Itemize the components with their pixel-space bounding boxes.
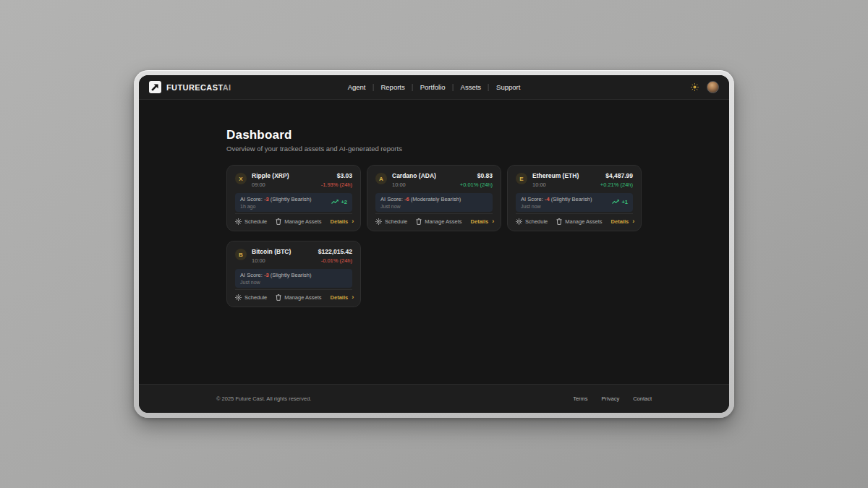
asset-time: 10:00 — [532, 181, 579, 188]
nav-item-support[interactable]: Support — [489, 83, 527, 91]
price-change: +0.01% (24h) — [460, 181, 493, 188]
coin-initial-badge: A — [375, 173, 387, 184]
nav-item-assets[interactable]: Assets — [454, 83, 489, 91]
price-block: $3.03 -1.93% (24h) — [321, 172, 352, 188]
score-delta-badge: +2 — [331, 199, 347, 205]
manage-assets-button[interactable]: Manage Assets — [416, 218, 461, 225]
brand-suffix: AI — [223, 83, 231, 92]
asset-card-grid: X Ripple (XRP) 09:00 $3.03 -1.93% (24h) — [226, 165, 642, 307]
trash-icon — [276, 218, 281, 225]
footer-link-terms[interactable]: Terms — [573, 395, 587, 402]
gear-icon — [375, 218, 382, 225]
asset-price: $0.83 — [460, 172, 493, 179]
gear-icon — [235, 218, 242, 225]
card-header: X Ripple (XRP) 09:00 $3.03 -1.93% (24h) — [235, 172, 352, 188]
ai-score-row: AI Score: -4 (Slightly Bearish) Just now… — [516, 193, 633, 213]
trend-up-icon — [331, 200, 339, 205]
trend-up-icon — [612, 200, 619, 205]
chevron-right-icon: › — [632, 218, 634, 225]
ai-score-line: AI Score: -4 (Slightly Bearish) — [521, 196, 592, 202]
user-avatar[interactable] — [707, 81, 719, 93]
asset-price: $4,487.99 — [600, 172, 633, 179]
ai-score-line: AI Score: -3 (Slightly Bearish) — [240, 272, 311, 278]
nav-item-portfolio[interactable]: Portfolio — [413, 83, 453, 91]
nav-item-agent[interactable]: Agent — [341, 83, 373, 91]
price-change: +0.21% (24h) — [600, 181, 633, 188]
asset-time: 09:00 — [252, 181, 289, 188]
asset-card-ethereum: E Ethereum (ETH) 10:00 $4,487.99 +0.21% … — [507, 165, 642, 231]
ai-score-value: -3 — [264, 196, 269, 202]
card-actions: Schedule Manage Assets — [235, 213, 352, 225]
details-button[interactable]: Details › — [331, 294, 354, 301]
card-header: A Cardano (ADA) 10:00 $0.83 +0.01% (24h) — [375, 172, 493, 188]
schedule-button[interactable]: Schedule — [235, 218, 267, 225]
card-header: B Bitcoin (BTC) 10:00 $122,015.42 -0.01%… — [235, 248, 352, 264]
ai-score-line: AI Score: -6 (Moderately Bearish) — [380, 196, 461, 202]
chevron-right-icon: › — [352, 218, 354, 225]
ai-score-value: -4 — [545, 196, 550, 202]
asset-name: Cardano (ADA) — [392, 172, 436, 179]
asset-time: 10:00 — [392, 181, 436, 188]
main-nav: Agent Reports Portfolio Assets Support — [341, 83, 528, 91]
asset-identity: Bitcoin (BTC) 10:00 — [252, 248, 291, 264]
gear-icon — [516, 218, 522, 225]
theme-toggle-sun-icon[interactable] — [691, 83, 699, 91]
score-updated: Just now — [380, 204, 461, 209]
copyright-text: © 2025 Future Cast. All rights reserved. — [216, 395, 311, 402]
asset-identity: Ripple (XRP) 09:00 — [252, 172, 289, 188]
brand-logo-icon — [149, 81, 161, 93]
price-change: -0.01% (24h) — [318, 257, 352, 264]
card-actions: Schedule Manage Assets — [375, 213, 493, 225]
asset-name: Bitcoin (BTC) — [252, 248, 291, 255]
card-actions: Schedule Manage Assets — [516, 213, 633, 225]
ai-score-line: AI Score: -3 (Slightly Bearish) — [240, 196, 311, 202]
brand-name: FUTURECASTAI — [166, 83, 231, 92]
asset-name: Ethereum (ETH) — [532, 172, 579, 179]
price-change: -1.93% (24h) — [321, 181, 352, 188]
schedule-button[interactable]: Schedule — [375, 218, 407, 225]
trash-icon — [416, 218, 422, 225]
manage-assets-button[interactable]: Manage Assets — [276, 294, 321, 301]
coin-initial-badge: X — [235, 173, 247, 184]
top-actions — [691, 81, 719, 93]
price-block: $122,015.42 -0.01% (24h) — [318, 248, 352, 264]
schedule-button[interactable]: Schedule — [235, 294, 267, 301]
card-header: E Ethereum (ETH) 10:00 $4,487.99 +0.21% … — [516, 172, 633, 188]
ai-sentiment: (Slightly Bearish) — [271, 272, 312, 278]
ai-score-row: AI Score: -3 (Slightly Bearish) 1h ago +… — [235, 193, 352, 213]
footer-bar: © 2025 Future Cast. All rights reserved.… — [139, 384, 729, 413]
score-updated: Just now — [521, 204, 592, 209]
price-block: $4,487.99 +0.21% (24h) — [600, 172, 633, 188]
manage-assets-button[interactable]: Manage Assets — [276, 218, 321, 225]
details-button[interactable]: Details › — [471, 218, 495, 225]
asset-price: $3.03 — [321, 172, 352, 179]
ai-score-row: AI Score: -6 (Moderately Bearish) Just n… — [375, 193, 493, 213]
chevron-right-icon: › — [492, 218, 494, 225]
coin-initial-badge: B — [235, 249, 247, 260]
manage-assets-button[interactable]: Manage Assets — [556, 218, 602, 225]
details-button[interactable]: Details › — [611, 218, 635, 225]
chevron-right-icon: › — [352, 294, 354, 301]
ai-sentiment: (Slightly Bearish) — [551, 196, 592, 202]
app-window: FUTURECASTAI Agent Reports Portfolio Ass… — [139, 75, 729, 413]
nav-item-reports[interactable]: Reports — [373, 83, 412, 91]
device-frame: FUTURECASTAI Agent Reports Portfolio Ass… — [134, 70, 734, 418]
asset-card-ripple: X Ripple (XRP) 09:00 $3.03 -1.93% (24h) — [226, 165, 361, 231]
ai-score-value: -6 — [404, 196, 409, 202]
ai-sentiment: (Moderately Bearish) — [411, 196, 461, 202]
page-title: Dashboard — [226, 128, 642, 142]
details-button[interactable]: Details › — [331, 218, 354, 225]
top-navigation-bar: FUTURECASTAI Agent Reports Portfolio Ass… — [139, 75, 729, 100]
asset-price: $122,015.42 — [318, 248, 352, 255]
footer-link-privacy[interactable]: Privacy — [602, 395, 620, 402]
footer-link-contact[interactable]: Contact — [633, 395, 652, 402]
asset-name: Ripple (XRP) — [252, 172, 289, 179]
asset-identity: Ethereum (ETH) 10:00 — [532, 172, 579, 188]
trash-icon — [276, 294, 281, 301]
asset-time: 10:00 — [252, 257, 291, 264]
score-updated: 1h ago — [240, 204, 311, 209]
score-delta-badge: +1 — [612, 199, 628, 205]
ai-sentiment: (Slightly Bearish) — [271, 196, 312, 202]
asset-identity: Cardano (ADA) 10:00 — [392, 172, 436, 188]
schedule-button[interactable]: Schedule — [516, 218, 548, 225]
